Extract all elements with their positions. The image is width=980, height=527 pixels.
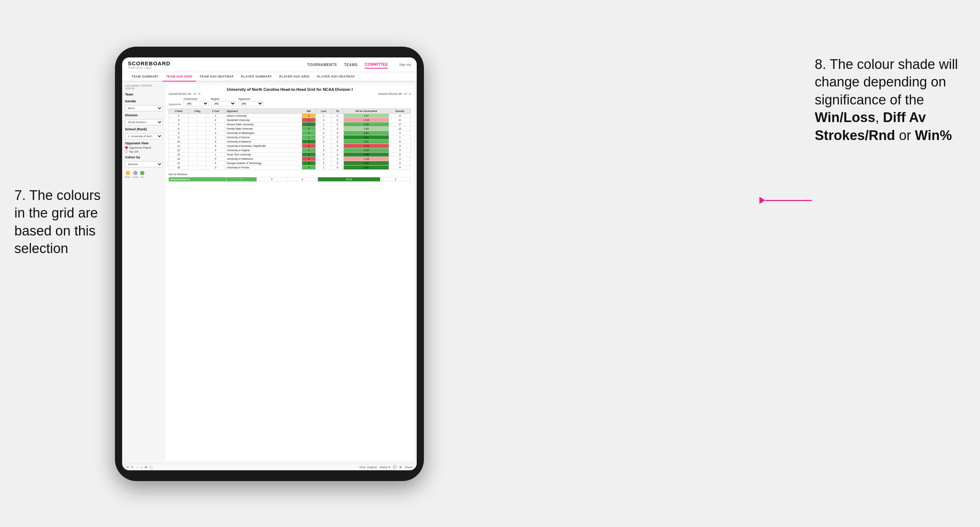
cell-rounds: 8 <box>389 140 411 144</box>
col-rank: # Rank <box>169 109 189 114</box>
clock-button[interactable]: ◯ <box>150 466 153 469</box>
left-panel: Last Updated: 27/03/2024 16:55:38 Team G… <box>125 84 163 461</box>
cell-conf: 5 <box>206 140 225 144</box>
cell-diff: -2.29 <box>344 118 389 122</box>
cell-loss: 1 <box>316 157 332 161</box>
sub-nav-team-summary[interactable]: TEAM SUMMARY <box>128 72 162 81</box>
cell-rounds: 3 <box>389 144 411 148</box>
division-select[interactable]: NCAA Division I <box>125 119 163 125</box>
cell-tie: 0 <box>332 122 344 127</box>
out-name: NCAA Division II <box>169 177 226 182</box>
legend: Down Level Up <box>125 171 163 178</box>
sub-nav-player-h2h-grid[interactable]: PLAYER H2H GRID <box>276 72 313 81</box>
cell-win: 0 <box>302 157 316 161</box>
view-original-button[interactable]: View: Original <box>359 466 377 469</box>
cell-rounds: 9 <box>389 165 411 170</box>
nav-tournaments[interactable]: TOURNAMENTS <box>307 61 337 68</box>
redo-button[interactable]: ↻ <box>131 466 134 469</box>
radio-group: Opponents Played Top 100 <box>125 146 163 153</box>
opponent-select[interactable]: (All) <box>238 101 263 106</box>
sub-nav-team-h2h-grid[interactable]: TEAM H2H GRID <box>162 72 196 81</box>
cell-loss: 1 <box>316 144 332 148</box>
table-row: 3 - 2 Vanderbilt University 0 4 0 -2.29 … <box>169 118 411 122</box>
cell-rank: 13 <box>169 152 189 157</box>
table-row: 11 - 6 University of Arkansas, Fayettevi… <box>169 144 411 148</box>
undo-button[interactable]: ↺ <box>126 466 129 469</box>
cell-conf: 1 <box>206 152 225 157</box>
crop-button[interactable]: □ <box>141 466 143 469</box>
table-row: 16 - 3 University of Florida 3 1 0 6.62 … <box>169 165 411 170</box>
nav-teams[interactable]: TEAMS <box>344 61 358 68</box>
radio-opponents-played[interactable]: Opponents Played <box>125 146 163 149</box>
cell-tie: 0 <box>332 140 344 144</box>
colour-by-select[interactable]: Win/loss <box>125 161 163 167</box>
logo: SCOREBOARD <box>128 60 170 67</box>
cell-diff: 2.61 <box>344 140 389 144</box>
last-updated: Last Updated: 27/03/2024 16:55:38 <box>125 84 163 90</box>
cell-loss: 0 <box>316 140 332 144</box>
cell-rounds: 2 <box>389 135 411 140</box>
arrow-right <box>759 197 812 204</box>
filters-row: Opponents: Conference (All) Region (All) <box>169 98 411 106</box>
comment-button[interactable]: 💬 <box>393 466 396 469</box>
legend-up-label: Up <box>141 176 144 178</box>
sub-nav-player-h2h-heatmap[interactable]: PLAYER H2H HEATMAP <box>313 72 358 81</box>
col-tie: Tie <box>332 109 344 114</box>
out-rounds: 3 <box>380 177 411 182</box>
nav-committee[interactable]: COMMITTEE <box>364 61 388 68</box>
cell-conf: 5 <box>206 157 225 161</box>
conference-select[interactable]: (All) <box>184 101 209 106</box>
radio-top100[interactable]: Top 100 <box>125 150 163 153</box>
watch-button[interactable]: Watch ▾ <box>380 466 390 469</box>
gender-select[interactable]: Men's <box>125 105 163 111</box>
col-win: Win <box>302 109 316 114</box>
legend-level-circle <box>133 171 138 175</box>
cell-reg: - <box>189 148 206 152</box>
school-select[interactable]: 1. University of Nort... <box>125 133 163 139</box>
cell-reg: - <box>189 122 206 127</box>
app-header: SCOREBOARD Powered by clippd TOURNAMENTS… <box>122 57 417 72</box>
cell-conf: 2 <box>206 127 225 131</box>
table-row: 12 - 3 University of Virginia 1 0 0 2.33… <box>169 148 411 152</box>
share-button[interactable]: Share <box>405 466 412 469</box>
bottom-toolbar: ↺ ↻ ← □ ⇄ ◯ View: Original Watch ▾ 💬 ⊞ S… <box>122 464 417 470</box>
cell-rounds: 3 <box>389 157 411 161</box>
resize-button[interactable]: ⇄ <box>145 466 147 469</box>
out-diff: 26.00 <box>318 177 380 182</box>
overall-record: Overall Record: 89 - 17 - 0 <box>169 92 200 95</box>
cell-rank: 10 <box>169 140 189 144</box>
cell-rounds: 17 <box>389 122 411 127</box>
sub-nav-player-summary[interactable]: PLAYER SUMMARY <box>237 72 276 81</box>
cell-loss: 1 <box>316 114 332 118</box>
conference-filter: Conference (All) <box>184 98 209 106</box>
out-win: 1 <box>226 177 257 182</box>
cell-diff: 9.00 <box>344 135 389 140</box>
cell-opponent: Georgia Institute of Technology <box>225 161 302 165</box>
region-select[interactable]: (All) <box>211 101 236 106</box>
cell-diff: 6.62 <box>344 165 389 170</box>
cell-rounds: 9 <box>389 152 411 157</box>
cell-win: 1 <box>302 135 316 140</box>
cell-loss: 0 <box>316 148 332 152</box>
cell-diff: 3.67 <box>344 131 389 135</box>
cell-reg: - <box>189 118 206 122</box>
cell-rank: 6 <box>169 127 189 131</box>
cell-conf: 4 <box>206 161 225 165</box>
sub-nav-team-h2h-heatmap[interactable]: TEAM H2H HEATMAP <box>196 72 237 81</box>
opponent-view-label: Opponent View <box>125 141 163 145</box>
table-row: 14 - 5 University of Oklahoma 0 1 0 -1.0… <box>169 157 411 161</box>
cell-rounds: 9 <box>389 161 411 165</box>
sign-out-button[interactable]: Sign out <box>395 63 411 67</box>
cell-loss: 4 <box>316 118 332 122</box>
cell-reg: - <box>189 157 206 161</box>
col-rounds: Rounds <box>389 109 411 114</box>
cell-reg: - <box>189 131 206 135</box>
cell-tie: 0 <box>332 127 344 131</box>
cell-reg: - <box>189 144 206 148</box>
back-button[interactable]: ← <box>136 466 138 469</box>
cell-rank: 14 <box>169 157 189 161</box>
cell-reg: - <box>189 152 206 157</box>
cell-loss: 0 <box>316 135 332 140</box>
grid-button[interactable]: ⊞ <box>399 466 402 469</box>
cell-rank: 4 <box>169 122 189 127</box>
